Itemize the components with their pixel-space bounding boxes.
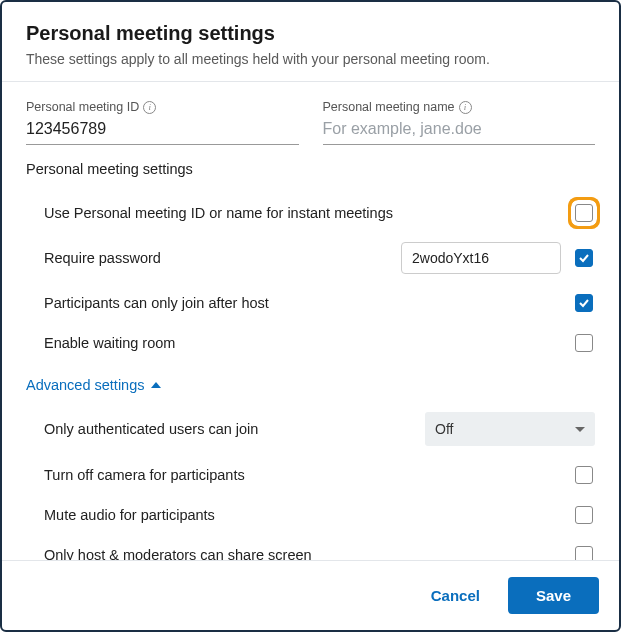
auth-users-select[interactable]: Off	[425, 412, 595, 446]
waiting-room-label: Enable waiting room	[44, 335, 575, 351]
use-pm-id-checkbox[interactable]	[575, 204, 593, 222]
meeting-id-field: Personal meeting ID i	[26, 100, 299, 145]
use-pm-id-row: Use Personal meeting ID or name for inst…	[26, 193, 595, 233]
info-icon[interactable]: i	[143, 101, 156, 114]
meeting-name-label-text: Personal meeting name	[323, 100, 455, 114]
auth-users-select-value: Off	[435, 421, 453, 437]
mute-audio-row: Mute audio for participants	[26, 495, 595, 535]
id-name-row: Personal meeting ID i Personal meeting n…	[26, 100, 595, 145]
meeting-id-label: Personal meeting ID i	[26, 100, 299, 114]
dialog-header: Personal meeting settings These settings…	[2, 2, 619, 82]
use-pm-id-label: Use Personal meeting ID or name for inst…	[44, 205, 575, 221]
turn-off-camera-label: Turn off camera for participants	[44, 467, 575, 483]
waiting-room-row: Enable waiting room	[26, 323, 595, 363]
turn-off-camera-row: Turn off camera for participants	[26, 455, 595, 495]
dialog-footer: Cancel Save	[2, 560, 619, 630]
meeting-name-label: Personal meeting name i	[323, 100, 596, 114]
advanced-settings-label: Advanced settings	[26, 377, 145, 393]
waiting-room-checkbox[interactable]	[575, 334, 593, 352]
require-password-label: Require password	[44, 250, 401, 266]
join-after-host-checkbox[interactable]	[575, 294, 593, 312]
chevron-down-icon	[575, 427, 585, 432]
auth-users-label: Only authenticated users can join	[44, 421, 425, 437]
dialog-body: Personal meeting ID i Personal meeting n…	[2, 82, 619, 560]
meeting-id-label-text: Personal meeting ID	[26, 100, 139, 114]
advanced-settings-toggle[interactable]: Advanced settings	[26, 363, 595, 403]
join-after-host-row: Participants can only join after host	[26, 283, 595, 323]
host-share-row: Only host & moderators can share screen	[26, 535, 595, 560]
dialog-title: Personal meeting settings	[26, 22, 595, 45]
meeting-id-input[interactable]	[26, 116, 299, 145]
personal-meeting-settings-dialog: Personal meeting settings These settings…	[0, 0, 621, 632]
meeting-name-input[interactable]	[323, 116, 596, 145]
require-password-row: Require password	[26, 233, 595, 283]
settings-section-label: Personal meeting settings	[26, 161, 595, 177]
info-icon[interactable]: i	[459, 101, 472, 114]
host-share-label: Only host & moderators can share screen	[44, 547, 575, 560]
mute-audio-label: Mute audio for participants	[44, 507, 575, 523]
host-share-checkbox[interactable]	[575, 546, 593, 560]
caret-up-icon	[151, 382, 161, 388]
password-input[interactable]	[401, 242, 561, 274]
turn-off-camera-checkbox[interactable]	[575, 466, 593, 484]
mute-audio-checkbox[interactable]	[575, 506, 593, 524]
save-button[interactable]: Save	[508, 577, 599, 614]
cancel-button[interactable]: Cancel	[421, 579, 490, 612]
meeting-name-field: Personal meeting name i	[323, 100, 596, 145]
require-password-checkbox[interactable]	[575, 249, 593, 267]
auth-users-row: Only authenticated users can join Off	[26, 403, 595, 455]
dialog-subtitle: These settings apply to all meetings hel…	[26, 51, 595, 67]
join-after-host-label: Participants can only join after host	[44, 295, 575, 311]
